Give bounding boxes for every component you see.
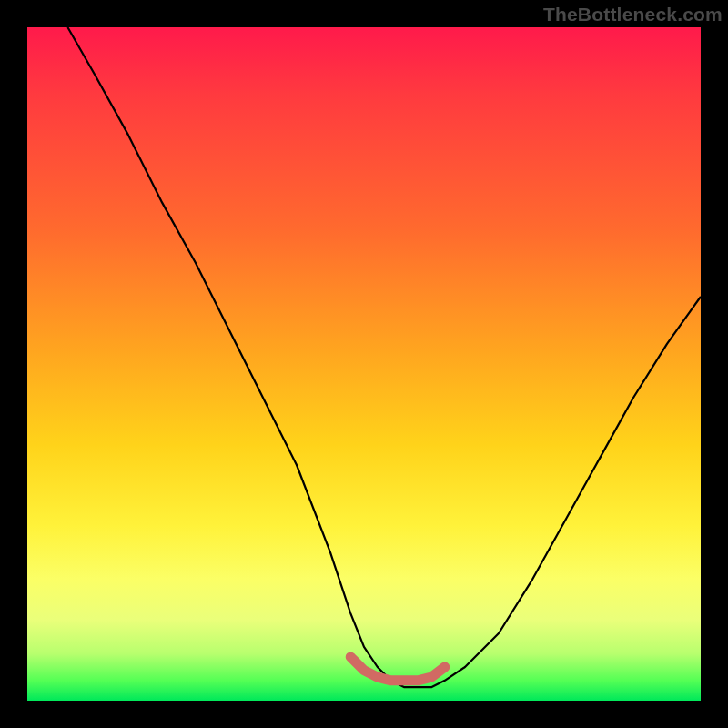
curve-svg — [27, 27, 701, 701]
chart-frame: TheBottleneck.com — [0, 0, 728, 728]
optimal-band-marker — [350, 657, 445, 681]
plot-area — [27, 27, 701, 701]
bottleneck-curve — [67, 27, 701, 687]
watermark-text: TheBottleneck.com — [543, 4, 723, 25]
